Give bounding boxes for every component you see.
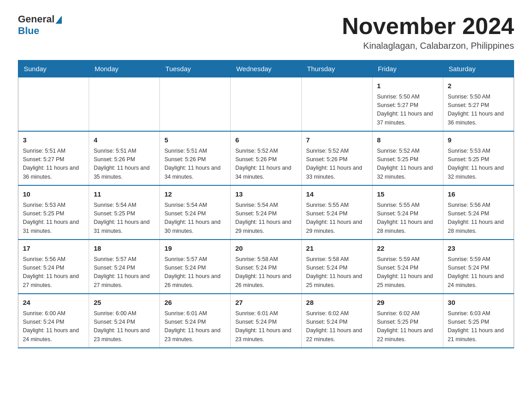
calendar-cell: 3Sunrise: 5:51 AM Sunset: 5:27 PM Daylig… (18, 131, 89, 185)
day-info: Sunrise: 5:51 AM Sunset: 5:26 PM Dayligh… (164, 147, 226, 182)
calendar-cell: 7Sunrise: 5:52 AM Sunset: 5:26 PM Daylig… (301, 131, 372, 185)
day-info: Sunrise: 5:53 AM Sunset: 5:25 PM Dayligh… (23, 201, 84, 236)
logo-triangle-icon (56, 16, 62, 24)
day-info: Sunrise: 5:54 AM Sunset: 5:24 PM Dayligh… (235, 201, 296, 236)
day-number: 2 (448, 81, 509, 91)
calendar-cell: 28Sunrise: 6:02 AM Sunset: 5:24 PM Dayli… (301, 294, 372, 348)
title-section: November 2024 Kinalaglagan, Calabarzon, … (342, 13, 514, 51)
calendar-table: SundayMondayTuesdayWednesdayThursdayFrid… (18, 60, 514, 348)
day-info: Sunrise: 5:55 AM Sunset: 5:24 PM Dayligh… (377, 201, 438, 236)
day-number: 1 (377, 81, 438, 91)
calendar-cell: 4Sunrise: 5:51 AM Sunset: 5:26 PM Daylig… (89, 131, 160, 185)
day-info: Sunrise: 5:58 AM Sunset: 5:24 PM Dayligh… (235, 255, 296, 290)
day-number: 8 (377, 135, 438, 146)
day-info: Sunrise: 6:01 AM Sunset: 5:24 PM Dayligh… (235, 309, 296, 344)
day-info: Sunrise: 5:51 AM Sunset: 5:27 PM Dayligh… (23, 147, 84, 182)
calendar-header-wednesday: Wednesday (231, 60, 301, 77)
day-info: Sunrise: 5:57 AM Sunset: 5:24 PM Dayligh… (94, 255, 155, 290)
day-number: 5 (164, 135, 226, 146)
day-info: Sunrise: 5:50 AM Sunset: 5:27 PM Dayligh… (377, 93, 438, 128)
calendar-header-row: SundayMondayTuesdayWednesdayThursdayFrid… (18, 60, 514, 77)
day-info: Sunrise: 6:00 AM Sunset: 5:24 PM Dayligh… (23, 309, 84, 344)
calendar-week-row: 17Sunrise: 5:56 AM Sunset: 5:24 PM Dayli… (18, 240, 514, 294)
calendar-cell (18, 77, 89, 132)
day-number: 7 (306, 135, 368, 146)
day-info: Sunrise: 5:55 AM Sunset: 5:24 PM Dayligh… (306, 201, 368, 236)
calendar-cell (231, 77, 301, 132)
logo-blue-text: Blue (18, 25, 39, 37)
calendar-header-saturday: Saturday (443, 60, 514, 77)
day-number: 27 (235, 298, 296, 308)
day-info: Sunrise: 5:57 AM Sunset: 5:24 PM Dayligh… (164, 255, 226, 290)
calendar-cell: 27Sunrise: 6:01 AM Sunset: 5:24 PM Dayli… (231, 294, 301, 348)
day-number: 30 (448, 298, 509, 308)
day-info: Sunrise: 5:52 AM Sunset: 5:25 PM Dayligh… (377, 147, 438, 182)
day-number: 28 (306, 298, 368, 308)
calendar-cell (301, 77, 372, 132)
calendar-week-row: 24Sunrise: 6:00 AM Sunset: 5:24 PM Dayli… (18, 294, 514, 348)
calendar-header-thursday: Thursday (301, 60, 372, 77)
calendar-week-row: 10Sunrise: 5:53 AM Sunset: 5:25 PM Dayli… (18, 185, 514, 240)
day-info: Sunrise: 5:54 AM Sunset: 5:25 PM Dayligh… (94, 201, 155, 236)
day-info: Sunrise: 5:56 AM Sunset: 5:24 PM Dayligh… (23, 255, 84, 290)
day-info: Sunrise: 6:00 AM Sunset: 5:24 PM Dayligh… (94, 309, 155, 344)
day-number: 17 (23, 244, 84, 254)
day-info: Sunrise: 5:52 AM Sunset: 5:26 PM Dayligh… (235, 147, 296, 182)
calendar-cell: 26Sunrise: 6:01 AM Sunset: 5:24 PM Dayli… (160, 294, 231, 348)
calendar-cell: 9Sunrise: 5:53 AM Sunset: 5:25 PM Daylig… (443, 131, 514, 185)
day-info: Sunrise: 5:54 AM Sunset: 5:24 PM Dayligh… (164, 201, 226, 236)
day-number: 26 (164, 298, 226, 308)
calendar-week-row: 1Sunrise: 5:50 AM Sunset: 5:27 PM Daylig… (18, 77, 514, 132)
calendar-cell: 24Sunrise: 6:00 AM Sunset: 5:24 PM Dayli… (18, 294, 89, 348)
day-number: 15 (377, 189, 438, 200)
day-info: Sunrise: 6:02 AM Sunset: 5:25 PM Dayligh… (377, 309, 438, 344)
calendar-cell: 29Sunrise: 6:02 AM Sunset: 5:25 PM Dayli… (372, 294, 443, 348)
location-title: Kinalaglagan, Calabarzon, Philippines (342, 41, 514, 51)
calendar-cell (89, 77, 160, 132)
day-number: 12 (164, 189, 226, 200)
calendar-cell: 10Sunrise: 5:53 AM Sunset: 5:25 PM Dayli… (18, 185, 89, 240)
page-header: General Blue November 2024 Kinalaglagan,… (18, 13, 514, 51)
day-number: 3 (23, 135, 84, 146)
day-number: 9 (448, 135, 509, 146)
day-number: 13 (235, 189, 296, 200)
calendar-cell: 25Sunrise: 6:00 AM Sunset: 5:24 PM Dayli… (89, 294, 160, 348)
day-number: 16 (448, 189, 509, 200)
day-info: Sunrise: 5:58 AM Sunset: 5:24 PM Dayligh… (306, 255, 368, 290)
day-number: 22 (377, 244, 438, 254)
calendar-cell: 30Sunrise: 6:03 AM Sunset: 5:25 PM Dayli… (443, 294, 514, 348)
day-info: Sunrise: 5:50 AM Sunset: 5:27 PM Dayligh… (448, 93, 509, 128)
calendar-cell: 23Sunrise: 5:59 AM Sunset: 5:24 PM Dayli… (443, 240, 514, 294)
calendar-header-monday: Monday (89, 60, 160, 77)
logo: General Blue (18, 13, 62, 37)
calendar-cell: 2Sunrise: 5:50 AM Sunset: 5:27 PM Daylig… (443, 77, 514, 132)
calendar-cell: 1Sunrise: 5:50 AM Sunset: 5:27 PM Daylig… (372, 77, 443, 132)
day-number: 18 (94, 244, 155, 254)
month-title: November 2024 (342, 13, 514, 39)
day-info: Sunrise: 5:53 AM Sunset: 5:25 PM Dayligh… (448, 147, 509, 182)
calendar-header-friday: Friday (372, 60, 443, 77)
day-info: Sunrise: 5:56 AM Sunset: 5:24 PM Dayligh… (448, 201, 509, 236)
calendar-cell: 20Sunrise: 5:58 AM Sunset: 5:24 PM Dayli… (231, 240, 301, 294)
logo-general-text: General (18, 13, 55, 25)
calendar-cell: 6Sunrise: 5:52 AM Sunset: 5:26 PM Daylig… (231, 131, 301, 185)
calendar-cell: 19Sunrise: 5:57 AM Sunset: 5:24 PM Dayli… (160, 240, 231, 294)
calendar-header-sunday: Sunday (18, 60, 89, 77)
calendar-cell: 22Sunrise: 5:59 AM Sunset: 5:24 PM Dayli… (372, 240, 443, 294)
day-info: Sunrise: 6:03 AM Sunset: 5:25 PM Dayligh… (448, 309, 509, 344)
calendar-cell: 14Sunrise: 5:55 AM Sunset: 5:24 PM Dayli… (301, 185, 372, 240)
day-number: 11 (94, 189, 155, 200)
calendar-cell: 16Sunrise: 5:56 AM Sunset: 5:24 PM Dayli… (443, 185, 514, 240)
day-number: 23 (448, 244, 509, 254)
calendar-cell: 21Sunrise: 5:58 AM Sunset: 5:24 PM Dayli… (301, 240, 372, 294)
calendar-cell: 18Sunrise: 5:57 AM Sunset: 5:24 PM Dayli… (89, 240, 160, 294)
calendar-cell: 5Sunrise: 5:51 AM Sunset: 5:26 PM Daylig… (160, 131, 231, 185)
calendar-week-row: 3Sunrise: 5:51 AM Sunset: 5:27 PM Daylig… (18, 131, 514, 185)
day-number: 20 (235, 244, 296, 254)
day-info: Sunrise: 5:59 AM Sunset: 5:24 PM Dayligh… (377, 255, 438, 290)
day-info: Sunrise: 6:01 AM Sunset: 5:24 PM Dayligh… (164, 309, 226, 344)
day-number: 24 (23, 298, 84, 308)
calendar-cell: 11Sunrise: 5:54 AM Sunset: 5:25 PM Dayli… (89, 185, 160, 240)
day-info: Sunrise: 5:51 AM Sunset: 5:26 PM Dayligh… (94, 147, 155, 182)
calendar-cell: 15Sunrise: 5:55 AM Sunset: 5:24 PM Dayli… (372, 185, 443, 240)
